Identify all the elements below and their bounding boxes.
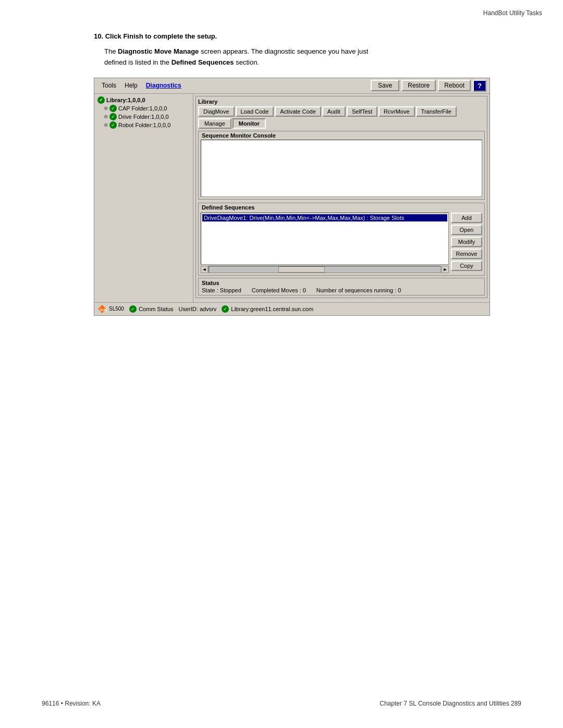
restore-button[interactable]: Restore [401, 80, 436, 91]
page-header: HandBot Utility Tasks [0, 0, 563, 17]
main-tab-row: DiagMove Load Code Activate Code Audit S… [198, 106, 485, 117]
menu-help[interactable]: Help [120, 81, 142, 90]
status-legend: Status [202, 280, 481, 286]
body-text-2: screen appears. The diagnostic sequence … [199, 47, 368, 55]
comm-status-item: ✓ Comm Status [129, 305, 174, 313]
menu-bar: Tools Help Diagnostics Save Restore Rebo… [94, 78, 489, 94]
sidebar-item-library[interactable]: ✓ Library:1,0,0,0 [96, 96, 191, 104]
check-icon-library-status: ✓ [222, 305, 229, 313]
step-heading-text: Click Finish to complete the setup. [105, 32, 217, 40]
tab-monitor[interactable]: Monitor [232, 118, 266, 129]
expand-icon-robot: ⊕ [104, 122, 108, 128]
menu-diagnostics[interactable]: Diagnostics [142, 81, 186, 90]
body-text-1: The [104, 47, 118, 55]
app-window: Tools Help Diagnostics Save Restore Rebo… [94, 78, 490, 316]
tab-transferfile[interactable]: TransferFile [416, 106, 457, 117]
body-text-3: defined is listed in the [104, 58, 172, 66]
tab-diagmove[interactable]: DiagMove [198, 106, 235, 117]
sequences-actions: Add Open Modify Remove Copy [451, 213, 482, 273]
library-status-item: ✓ Library:green11.central.sun.com [222, 305, 313, 313]
sequences-running-label: Number of sequences running : 0 [316, 287, 401, 293]
open-button[interactable]: Open [451, 225, 482, 235]
sidebar-label-library: Library:1,0,0,0 [106, 97, 145, 103]
sun-logo-icon: SUN [97, 304, 107, 314]
remove-button[interactable]: Remove [451, 249, 482, 259]
expand-icon-drive: ⊕ [104, 114, 108, 119]
scroll-right-arrow[interactable]: ► [442, 266, 449, 273]
sequences-list[interactable]: DriveDiagMove1: Drive(Min,Min,Min,Min<->… [201, 213, 449, 265]
menu-tools[interactable]: Tools [97, 81, 120, 90]
copy-button[interactable]: Copy [451, 261, 482, 271]
check-icon-robot: ✓ [109, 121, 117, 129]
sub-tab-row: Manage Monitor [198, 118, 485, 129]
tab-selftest[interactable]: SelfTest [347, 106, 377, 117]
library-legend: Library [198, 98, 485, 105]
sun-logo: SUN SL500 [97, 304, 124, 314]
app-status-bar: SUN SL500 ✓ Comm Status UserID: advsrv ✓… [94, 302, 489, 315]
body-text-4: section. [234, 58, 259, 66]
device-label: SL500 [109, 306, 124, 312]
step-heading: 10. Click Finish to complete the setup. [94, 32, 521, 40]
sequences-group: Defined Sequences DriveDiagMove1: Drive(… [198, 203, 485, 276]
sidebar-label-drive: Drive Folder:1,0,0,0 [118, 114, 169, 120]
library-group: Library DiagMove Load Code Activate Code… [195, 96, 487, 298]
sequences-list-area: DriveDiagMove1: Drive(Min,Min,Min,Min<->… [201, 213, 449, 273]
sidebar-label-cap: CAP Folder:1,0,0,0 [118, 105, 167, 112]
help-button[interactable]: ? [473, 80, 486, 92]
step-body: The Diagnostic Move Manage screen appear… [104, 46, 521, 68]
sequences-layout: DriveDiagMove1: Drive(Min,Min,Min,Min<->… [199, 212, 484, 275]
sequence-item-1[interactable]: DriveDiagMove1: Drive(Min,Min,Min,Min<->… [202, 214, 447, 221]
footer-left: 96116 • Revision: KA [42, 700, 101, 707]
userid-label: UserID: advsrv [179, 306, 217, 312]
scroll-left-arrow[interactable]: ◄ [201, 266, 208, 273]
header-title: HandBot Utility Tasks [483, 9, 542, 17]
sidebar-item-cap[interactable]: ⊕ ✓ CAP Folder:1,0,0,0 [96, 104, 191, 113]
tab-audit[interactable]: Audit [322, 106, 346, 117]
save-button[interactable]: Save [371, 80, 399, 91]
content-area: 10. Click Finish to complete the setup. … [0, 17, 563, 337]
library-status-label: Library:green11.central.sun.com [231, 306, 313, 312]
footer-right: Chapter 7 SL Console Diagnostics and Uti… [380, 700, 521, 707]
svg-text:SUN: SUN [100, 308, 107, 312]
tab-rcvrmove[interactable]: RcvrMove [378, 106, 415, 117]
state-label: State : Stopped [202, 287, 241, 293]
scroll-track[interactable] [209, 266, 441, 273]
completed-label: Completed Moves : 0 [252, 287, 306, 293]
sidebar-item-robot[interactable]: ⊕ ✓ Robot Folder:1,0,0,0 [96, 121, 191, 129]
check-icon-cap: ✓ [109, 105, 117, 112]
sidebar-label-robot: Robot Folder:1,0,0,0 [118, 122, 170, 128]
main-layout: ✓ Library:1,0,0,0 ⊕ ✓ CAP Folder:1,0,0,0… [94, 94, 489, 302]
check-icon-drive: ✓ [109, 113, 117, 120]
status-group: Status State : Stopped Completed Moves :… [198, 278, 485, 295]
page-footer: 96116 • Revision: KA Chapter 7 SL Consol… [0, 700, 563, 707]
body-bold-2: Defined Sequences [172, 58, 234, 66]
right-panel: Library DiagMove Load Code Activate Code… [193, 94, 489, 302]
body-bold-1: Diagnostic Move Manage [118, 47, 199, 55]
console-group: Sequence Monitor Console [198, 131, 485, 200]
sidebar-item-drive[interactable]: ⊕ ✓ Drive Folder:1,0,0,0 [96, 113, 191, 121]
check-icon-library: ✓ [97, 96, 105, 104]
status-row: State : Stopped Completed Moves : 0 Numb… [202, 287, 481, 293]
expand-icon-cap: ⊕ [104, 105, 108, 111]
tab-manage[interactable]: Manage [198, 118, 231, 129]
sidebar: ✓ Library:1,0,0,0 ⊕ ✓ CAP Folder:1,0,0,0… [94, 94, 193, 302]
add-button[interactable]: Add [451, 213, 482, 223]
sequences-legend: Defined Sequences [199, 203, 484, 212]
step-number: 10. [94, 32, 103, 40]
comm-status-label: Comm Status [139, 306, 174, 312]
reboot-button[interactable]: Reboot [438, 80, 471, 91]
check-icon-comm: ✓ [129, 305, 137, 313]
scroll-thumb [278, 266, 325, 273]
tab-loadcode[interactable]: Load Code [236, 106, 274, 117]
menu-buttons: Save Restore Reboot ? [371, 80, 486, 92]
tab-activatecode[interactable]: Activate Code [275, 106, 321, 117]
userid-item: UserID: advsrv [179, 306, 217, 312]
modify-button[interactable]: Modify [451, 237, 482, 247]
console-inner [201, 140, 482, 197]
sequences-scrollbar: ◄ ► [201, 266, 449, 273]
console-legend: Sequence Monitor Console [199, 131, 484, 140]
